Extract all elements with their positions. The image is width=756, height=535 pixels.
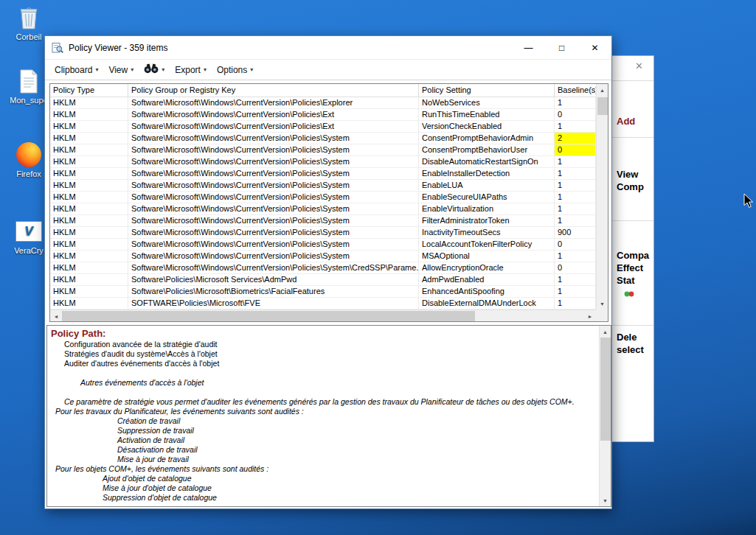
table-horizontal-scrollbar[interactable]: ◄ ► [50,310,596,321]
table-cell: HKLM [50,286,128,298]
scroll-right-icon[interactable]: ► [584,310,596,322]
scrollbar-thumb[interactable] [62,311,475,321]
table-cell: Software\Microsoft\Windows\CurrentVersio… [128,133,419,144]
table-cell: 1 [555,215,596,227]
table-cell: 1 [555,298,596,310]
table-cell: 1 [555,121,596,133]
policy-path-line: Désactivation de travail [51,445,597,455]
options-menu-button[interactable]: Options ▾ [212,63,258,77]
scroll-up-icon[interactable]: ▲ [597,84,608,96]
table-cell: 900 [555,227,596,239]
table-cell: AdmPwdEnabled [419,274,555,286]
policy-table: Policy Type Policy Group or Registry Key… [49,83,608,322]
table-row[interactable]: HKLMSoftware\Microsoft\Windows\CurrentVe… [50,121,596,133]
compare-effective-state-button[interactable]: Compa Effect Stat [617,249,653,287]
clipboard-menu-button[interactable]: Clipboard ▾ [49,63,103,77]
close-icon[interactable]: ✕ [635,60,643,71]
table-cell: 0 [555,144,596,156]
chevron-down-icon: ▾ [204,66,207,73]
table-row[interactable]: HKLMSoftware\Microsoft\Windows\CurrentVe… [50,262,596,274]
scroll-down-icon[interactable]: ▼ [597,298,608,310]
maximize-button[interactable]: □ [545,36,578,59]
column-header-policy-type[interactable]: Policy Type [50,84,128,97]
table-cell: HKLM [50,133,128,144]
view-menu-label: View [108,65,128,75]
divider [612,80,653,81]
close-button[interactable]: ✕ [578,36,611,59]
column-header-policy-setting[interactable]: Policy Setting [419,84,555,97]
scrollbar-corner [596,310,608,321]
titlebar[interactable]: Policy Viewer - 359 items — □ ✕ [45,36,611,59]
policy-table-body: HKLMSoftware\Microsoft\Windows\CurrentVe… [50,97,596,310]
table-cell: HKLM [50,192,128,203]
table-cell: Software\Microsoft\Windows\CurrentVersio… [128,227,419,239]
table-row[interactable]: HKLMSoftware\Microsoft\Windows\CurrentVe… [50,239,596,251]
table-row[interactable]: HKLMSoftware\Microsoft\Windows\CurrentVe… [50,215,596,227]
scroll-up-icon[interactable]: ▲ [600,326,611,338]
table-cell: Software\Policies\Microsoft Services\Adm… [128,274,419,286]
table-row[interactable]: HKLMSoftware\Microsoft\Windows\CurrentVe… [50,156,596,168]
delete-selected-button[interactable]: Dele select [617,331,653,356]
table-row[interactable]: HKLMSoftware\Microsoft\Windows\CurrentVe… [50,168,596,180]
table-cell: HKLM [50,262,128,274]
table-cell: HKLM [50,97,128,109]
table-cell: DisableExternalDMAUnderLock [419,298,555,310]
scrollbar-thumb[interactable] [600,338,611,441]
state-icon [624,288,634,301]
column-header-policy-group[interactable]: Policy Group or Registry Key [128,84,419,97]
table-cell: HKLM [50,180,128,192]
view-menu-button[interactable]: View ▾ [103,63,139,77]
minimize-button[interactable]: — [512,36,545,59]
mouse-cursor [743,193,755,211]
table-row[interactable]: HKLMSoftware\Microsoft\Windows\CurrentVe… [50,97,596,109]
table-row[interactable]: HKLMSoftware\Microsoft\Windows\CurrentVe… [50,251,596,262]
chevron-down-icon: ▾ [162,66,164,73]
divider [612,137,653,138]
table-row[interactable]: HKLMSoftware\Microsoft\Windows\CurrentVe… [50,133,596,144]
policy-path-scrollbar[interactable]: ▲ ▼ [599,326,611,506]
table-row[interactable]: HKLMSoftware\Microsoft\Windows\CurrentVe… [50,203,596,215]
table-row[interactable]: HKLMSoftware\Microsoft\Windows\CurrentVe… [50,109,596,121]
export-menu-button[interactable]: Export ▾ [170,63,212,77]
chevron-down-icon: ▾ [250,66,253,73]
table-cell: Software\Microsoft\Windows\CurrentVersio… [128,144,419,156]
binoculars-icon [144,63,159,76]
policy-path-line: Auditer d'autres événements d'accès à l'… [51,359,597,368]
view-computed-button[interactable]: View Comp [617,168,653,193]
table-row[interactable]: HKLMSoftware\Policies\Microsoft Services… [50,274,596,286]
policy-path-line: Suppression d'objet de catalogue [51,493,597,503]
table-row[interactable]: HKLMSoftware\Microsoft\Windows\CurrentVe… [50,192,596,203]
find-menu-button[interactable]: ▾ [139,61,170,78]
policy-path-line: Ajout d'objet de catalogue [51,474,597,483]
table-cell: Software\Microsoft\Windows\CurrentVersio… [128,251,419,262]
add-button[interactable]: Add [617,115,653,127]
desktop: Corbeil Mon_supe Firefox V VeraCry ✕ Add… [0,0,756,535]
column-header-baselines[interactable]: Baseline(s) [555,84,596,97]
table-row[interactable]: HKLMSoftware\Microsoft\Windows\CurrentVe… [50,144,596,156]
table-row[interactable]: HKLMSOFTWARE\Policies\Microsoft\FVEDisab… [50,298,596,310]
table-cell: 0 [555,239,596,251]
table-row[interactable]: HKLMSoftware\Microsoft\Windows\CurrentVe… [50,180,596,192]
table-cell: Software\Microsoft\Windows\CurrentVersio… [128,97,419,109]
table-cell: Software\Microsoft\Windows\CurrentVersio… [128,203,419,215]
app-icon [52,42,63,54]
table-cell: HKLM [50,203,128,215]
table-cell: 1 [555,156,596,168]
table-cell: 0 [555,262,596,274]
table-cell: HKLM [50,298,128,310]
table-row[interactable]: HKLMSoftware\Microsoft\Windows\CurrentVe… [50,227,596,239]
scrollbar-thumb[interactable] [597,97,608,115]
chevron-down-icon: ▾ [131,66,133,73]
table-cell: 1 [555,203,596,215]
scroll-down-icon[interactable]: ▼ [600,494,611,506]
table-row[interactable]: HKLMSoftware\Policies\Microsoft\Biometri… [50,286,596,298]
table-vertical-scrollbar[interactable]: ▲ ▼ [596,84,608,310]
table-cell: Software\Microsoft\Windows\CurrentVersio… [128,192,419,203]
export-menu-label: Export [175,65,201,75]
table-cell: HKLM [50,168,128,180]
scroll-left-icon[interactable]: ◄ [50,310,62,322]
table-cell: Software\Microsoft\Windows\CurrentVersio… [128,121,419,133]
table-cell: HKLM [50,121,128,133]
policy-path-content: Policy Path: Configuration avancée de la… [51,328,597,505]
table-cell: HKLM [50,274,128,286]
